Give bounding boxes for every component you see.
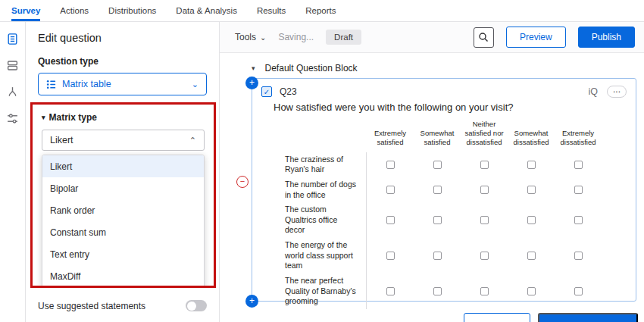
question-menu-button[interactable]: ... [607,86,627,98]
matrix-row-cells [366,238,602,274]
tab-distributions[interactable]: Distributions [108,0,156,21]
top-navigation: Survey Actions Distributions Data & Anal… [0,0,644,22]
matrix-cell [555,287,602,295]
tab-reports[interactable]: Reports [305,0,336,21]
matrix-checkbox[interactable] [480,161,489,169]
iq-label: iQ [589,86,599,97]
remove-question-button[interactable]: − [236,176,249,188]
matrix-checkbox[interactable] [574,161,583,169]
matrix-cell [367,287,414,295]
matrix-column-header[interactable]: Extremely satisfied [367,129,414,147]
tab-survey[interactable]: Survey [11,0,40,21]
search-icon [478,32,489,42]
blocks-icon[interactable] [5,58,20,73]
matrix-column-header[interactable]: Neither satisfied nor dissatisfied [461,120,508,147]
suggested-statements-row: Use suggested statements [38,300,207,311]
dropdown-option-maxdiff[interactable]: MaxDiff [42,265,204,287]
tab-data-analysis[interactable]: Data & Analysis [176,0,237,21]
dropdown-option-bipolar[interactable]: Bipolar [42,177,204,199]
tab-results[interactable]: Results [257,0,286,21]
matrix-checkbox[interactable] [480,287,489,295]
matrix-column-header[interactable]: Somewhat dissatisfied [508,129,555,147]
matrix-checkbox[interactable] [480,186,489,194]
matrix-column-header[interactable]: Extremely dissatisfied [555,129,602,147]
survey-builder-icon[interactable] [5,31,20,46]
matrix-type-section-toggle[interactable]: ▾ Matrix type [42,112,205,123]
matrix-row-label[interactable]: The custom Qualtrics office decor [285,202,366,238]
matrix-checkbox[interactable] [386,186,395,194]
matrix-checkbox[interactable] [433,186,442,194]
matrix-checkbox[interactable] [480,216,489,224]
dropdown-option-constant-sum[interactable]: Constant sum [42,221,204,243]
matrix-checkbox[interactable] [386,161,395,169]
question-checkbox[interactable]: ✓ [261,86,272,97]
matrix-cell [461,186,508,194]
publish-button[interactable]: Publish [578,27,635,48]
matrix-row-label[interactable]: The number of dogs in the office [285,177,366,202]
edit-question-panel: Edit question Question type Matrix table… [26,22,220,322]
bottom-primary-button[interactable] [538,313,638,322]
matrix-checkbox[interactable] [386,287,395,295]
matrix-checkbox[interactable] [433,252,442,260]
matrix-cell [367,161,414,169]
matrix-checkbox[interactable] [574,252,583,260]
matrix-cell [367,216,414,224]
matrix-checkbox[interactable] [574,186,583,194]
survey-options-icon[interactable] [5,111,20,126]
matrix-checkbox[interactable] [527,216,536,224]
matrix-row-label[interactable]: The craziness of Ryan's hair [285,152,366,177]
matrix-checkbox[interactable] [433,287,442,295]
matrix-checkbox[interactable] [527,186,536,194]
matrix-checkbox[interactable] [433,161,442,169]
bottom-outline-button[interactable] [464,313,530,322]
dropdown-option-text-entry[interactable]: Text entry [42,243,204,265]
add-question-below-button[interactable]: + [245,295,258,308]
chevron-down-icon: ⌄ [260,33,266,42]
matrix-type-highlight-region: ▾ Matrix type Likert ⌃ Likert Bipolar Ra… [30,102,216,288]
matrix-type-select[interactable]: Likert ⌃ [42,130,205,151]
question-card: + + − ✓ Q23 iQ ... How satisfied were yo… [252,78,636,302]
matrix-row-label[interactable]: The near perfect Quality of Barnaby's gr… [285,274,366,309]
tools-menu-button[interactable]: Tools ⌄ [235,32,266,42]
left-icon-rail [0,22,26,322]
matrix-column-header[interactable]: Somewhat satisfied [414,129,461,147]
matrix-cell [555,216,602,224]
matrix-checkbox[interactable] [527,161,536,169]
question-type-select[interactable]: Matrix table ⌄ [38,73,207,95]
matrix-cell [461,216,508,224]
matrix-table: Extremely satisfied Somewhat satisfied N… [285,120,602,309]
matrix-cell [508,216,555,224]
suggested-statements-toggle[interactable] [186,300,207,311]
matrix-cell [414,216,461,224]
matrix-cell [414,252,461,260]
matrix-row-label[interactable]: The energy of the world class support te… [285,238,366,274]
question-header-actions: iQ ... [589,86,627,98]
matrix-row: The custom Qualtrics office decor [285,202,602,238]
saving-status: Saving... [278,32,314,42]
matrix-checkbox[interactable] [433,216,442,224]
search-button[interactable] [474,27,494,48]
matrix-row-cells [366,177,602,202]
matrix-checkbox[interactable] [386,216,395,224]
matrix-checkbox[interactable] [574,216,583,224]
question-block-header[interactable]: ▾ Default Question Block [252,63,358,73]
add-question-above-button[interactable]: + [245,77,258,89]
matrix-type-value: Likert [50,135,73,145]
dropdown-option-rank-order[interactable]: Rank order [42,199,204,221]
dropdown-option-likert[interactable]: Likert [42,155,204,177]
editor-toolbar: Tools ⌄ Saving... Draft Preview Publish [220,22,644,53]
matrix-checkbox[interactable] [527,252,536,260]
matrix-checkbox[interactable] [574,287,583,295]
matrix-checkbox[interactable] [480,252,489,260]
survey-flow-icon[interactable] [5,84,20,99]
matrix-header-row: Extremely satisfied Somewhat satisfied N… [285,120,602,152]
matrix-row: The energy of the world class support te… [285,238,602,274]
matrix-checkbox[interactable] [527,287,536,295]
matrix-cell [367,186,414,194]
matrix-cell [367,252,414,260]
tab-actions[interactable]: Actions [60,0,89,21]
matrix-checkbox[interactable] [386,252,395,260]
question-text[interactable]: How satisfied were you with the followin… [274,102,627,113]
preview-button[interactable]: Preview [506,27,566,48]
caret-down-icon: ▾ [42,114,45,121]
